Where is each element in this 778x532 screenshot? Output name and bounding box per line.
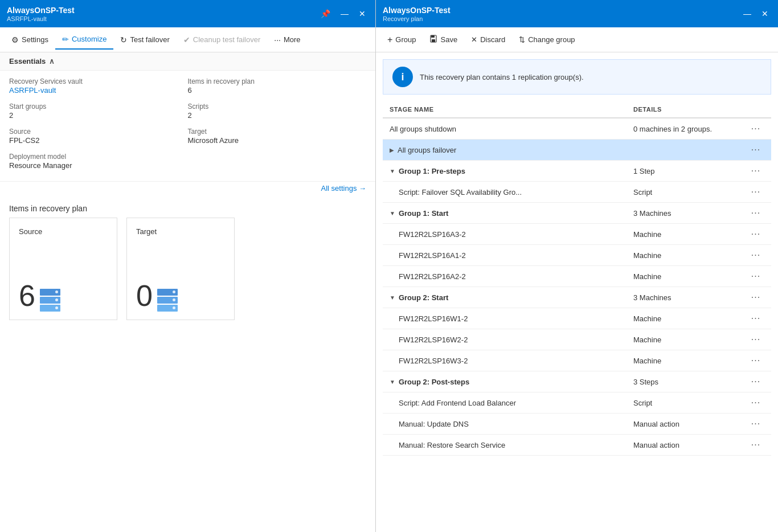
table-row[interactable]: FW12R2LSP16W2-2Machine···	[383, 329, 771, 350]
test-failover-button[interactable]: ↻ Test failover	[113, 31, 176, 49]
recovery-vault-value[interactable]: ASRFPL-vault	[9, 86, 188, 95]
stage-name-header: STAGE NAME	[390, 106, 633, 113]
stage-name-text: Group 2: Post-steps	[399, 378, 469, 386]
row-more-button[interactable]: ···	[747, 166, 764, 176]
stage-name-text: Group 1: Start	[399, 209, 448, 218]
minimize-icon[interactable]: —	[338, 8, 351, 19]
table-row[interactable]: All groups shutdown0 machines in 2 group…	[383, 118, 771, 140]
stage-name-text: FW12R2LSP16A2-2	[399, 272, 466, 281]
details-cell: 3 Steps	[633, 378, 747, 386]
table-row[interactable]: Manual: Restore Search ServiceManual act…	[383, 435, 771, 456]
stage-name-cell: Script: Failover SQL Availability Gro...	[399, 188, 633, 197]
source-card: Source 6	[9, 218, 117, 320]
discard-button[interactable]: ✕ Discard	[464, 31, 512, 48]
all-settings-link[interactable]: All settings →	[321, 184, 366, 193]
items-count-label: Items in recovery plan	[188, 77, 367, 85]
details-cell: 1 Step	[633, 167, 747, 175]
row-more-button[interactable]: ···	[747, 355, 764, 366]
table-row[interactable]: ▼Group 2: Start3 Machines···	[383, 287, 771, 308]
discard-label: Discard	[480, 35, 505, 44]
table-row[interactable]: ▼Group 2: Post-steps3 Steps···	[383, 371, 771, 392]
stage-name-cell: FW12R2LSP16W3-2	[399, 357, 633, 365]
stage-name-cell: ▼Group 2: Post-steps	[390, 378, 633, 386]
triangle-icon: ▼	[390, 210, 395, 216]
save-button[interactable]: Save	[423, 30, 464, 49]
details-cell: Manual action	[633, 441, 747, 449]
chevron-up-icon[interactable]: ∧	[49, 57, 55, 66]
items-section-title: Items in recovery plan	[0, 197, 375, 218]
table-row[interactable]: Manual: Update DNSManual action···	[383, 414, 771, 435]
row-more-button[interactable]: ···	[747, 292, 764, 302]
stage-name-cell: FW12R2LSP16W1-2	[399, 314, 633, 323]
target-card-icon	[157, 289, 180, 310]
table-row[interactable]: FW12R2LSP16A1-2Machine···	[383, 245, 771, 266]
field-recovery-vault: Recovery Services vault ASRFPL-vault	[9, 77, 188, 99]
target-server-bar-3	[157, 305, 178, 312]
table-row[interactable]: FW12R2LSP16W3-2Machine···	[383, 350, 771, 371]
recovery-vault-label: Recovery Services vault	[9, 77, 188, 85]
right-minimize-icon[interactable]: —	[740, 8, 754, 19]
stage-name-text: Script: Failover SQL Availability Gro...	[399, 188, 522, 197]
stage-name-text: All groups shutdown	[390, 125, 456, 133]
row-more-button[interactable]: ···	[747, 334, 764, 345]
table-row[interactable]: FW12R2LSP16A3-2Machine···	[383, 224, 771, 245]
close-icon[interactable]: ✕	[356, 8, 368, 19]
row-more-button[interactable]: ···	[747, 187, 764, 197]
row-more-button[interactable]: ···	[747, 419, 764, 429]
test-failover-label: Test failover	[130, 35, 169, 44]
row-more-button[interactable]: ···	[747, 124, 764, 134]
start-groups-value: 2	[9, 111, 188, 120]
table-row[interactable]: FW12R2LSP16A2-2Machine···	[383, 266, 771, 287]
row-more-button[interactable]: ···	[747, 440, 764, 450]
source-label: Source	[9, 128, 188, 136]
essentials-header: Essentials ∧	[0, 52, 375, 71]
svg-rect-2	[431, 35, 435, 38]
row-more-button[interactable]: ···	[747, 398, 764, 408]
details-cell: Machine	[633, 335, 747, 344]
target-card: Target 0	[126, 218, 235, 320]
change-group-button[interactable]: ⇅ Change group	[512, 31, 582, 48]
row-more-button[interactable]: ···	[747, 377, 764, 387]
row-more-button[interactable]: ···	[747, 313, 764, 324]
group-button[interactable]: + Group	[380, 30, 423, 50]
left-window-controls: 📌 — ✕	[318, 8, 368, 19]
table-row[interactable]: ▼Group 1: Start3 Machines···	[383, 203, 771, 224]
table-row[interactable]: Script: Add Frontend Load BalancerScript…	[383, 392, 771, 414]
source-value: FPL-CS2	[9, 136, 188, 145]
stage-name-text: Group 2: Start	[399, 293, 448, 302]
more-button[interactable]: ··· More	[267, 31, 307, 49]
details-cell: Script	[633, 188, 747, 197]
row-more-button[interactable]: ···	[747, 271, 764, 281]
row-more-button[interactable]: ···	[747, 250, 764, 260]
right-title-info: AlwaysOnSP-Test Recovery plan	[383, 6, 451, 22]
table-row[interactable]: Script: Failover SQL Availability Gro...…	[383, 182, 771, 203]
stage-name-cell: All groups shutdown	[390, 125, 633, 133]
field-deployment-model: Deployment model Resource Manager	[9, 153, 188, 174]
row-more-button[interactable]: ···	[747, 208, 764, 218]
details-cell: Manual action	[633, 420, 747, 428]
stage-name-cell: Script: Add Frontend Load Balancer	[399, 399, 633, 407]
row-more-button[interactable]: ···	[747, 229, 764, 239]
stage-name-text: Manual: Restore Search Service	[399, 441, 505, 449]
stage-name-text: FW12R2LSP16W1-2	[399, 314, 468, 323]
settings-button[interactable]: ⚙ Settings	[5, 31, 55, 49]
details-cell: Machine	[633, 272, 747, 281]
right-close-icon[interactable]: ✕	[759, 8, 771, 19]
stage-name-cell: FW12R2LSP16A1-2	[399, 251, 633, 260]
table-row[interactable]: ▼Group 1: Pre-steps1 Step···	[383, 161, 771, 182]
group-icon: +	[387, 35, 392, 45]
source-card-value-row: 6	[19, 281, 108, 310]
customize-button[interactable]: ✏ Customize	[55, 30, 113, 50]
pin-icon[interactable]: 📌	[318, 8, 333, 19]
right-app-name: AlwaysOnSP-Test	[383, 6, 451, 15]
row-more-button[interactable]: ···	[747, 145, 764, 155]
table-row[interactable]: FW12R2LSP16W1-2Machine···	[383, 308, 771, 329]
server-bar-2	[40, 297, 60, 304]
customize-label: Customize	[72, 35, 107, 43]
cleanup-button[interactable]: ✔ Cleanup test failover	[177, 31, 268, 49]
stage-name-text: FW12R2LSP16W3-2	[399, 357, 468, 365]
stage-name-cell: ▼Group 1: Start	[390, 209, 633, 218]
triangle-icon: ▼	[390, 379, 395, 385]
table-row[interactable]: ▶All groups failover···	[383, 140, 771, 161]
stage-name-cell: Manual: Update DNS	[399, 420, 633, 428]
